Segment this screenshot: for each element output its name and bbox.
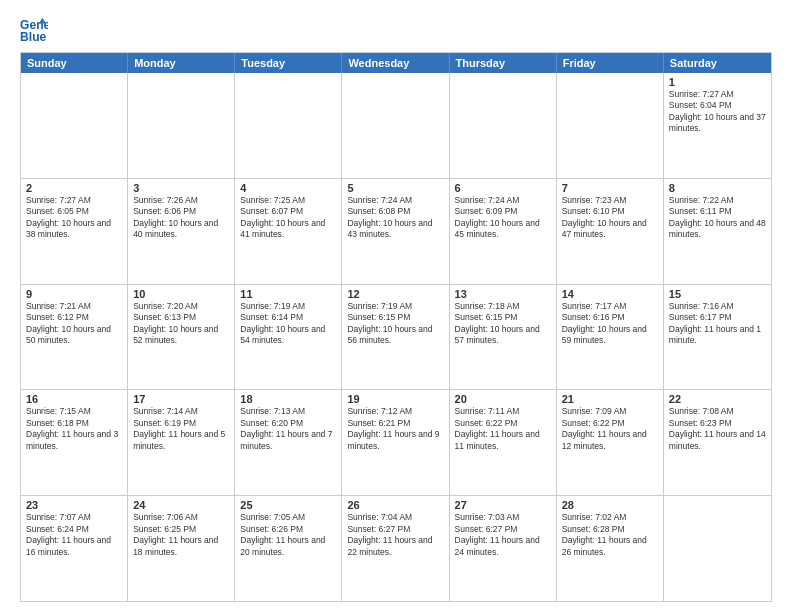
day-number: 19 <box>347 393 443 405</box>
calendar-cell-5-1: 23Sunrise: 7:07 AM Sunset: 6:24 PM Dayli… <box>21 496 128 601</box>
day-info: Sunrise: 7:05 AM Sunset: 6:26 PM Dayligh… <box>240 512 336 558</box>
day-info: Sunrise: 7:22 AM Sunset: 6:11 PM Dayligh… <box>669 195 766 241</box>
day-number: 2 <box>26 182 122 194</box>
day-info: Sunrise: 7:13 AM Sunset: 6:20 PM Dayligh… <box>240 406 336 452</box>
day-info: Sunrise: 7:07 AM Sunset: 6:24 PM Dayligh… <box>26 512 122 558</box>
calendar-cell-4-7: 22Sunrise: 7:08 AM Sunset: 6:23 PM Dayli… <box>664 390 771 495</box>
calendar-cell-5-5: 27Sunrise: 7:03 AM Sunset: 6:27 PM Dayli… <box>450 496 557 601</box>
day-info: Sunrise: 7:19 AM Sunset: 6:15 PM Dayligh… <box>347 301 443 347</box>
header-day-wednesday: Wednesday <box>342 53 449 73</box>
header-day-friday: Friday <box>557 53 664 73</box>
header: General Blue <box>20 16 772 44</box>
calendar-week-4: 16Sunrise: 7:15 AM Sunset: 6:18 PM Dayli… <box>21 390 771 496</box>
calendar-cell-5-4: 26Sunrise: 7:04 AM Sunset: 6:27 PM Dayli… <box>342 496 449 601</box>
page: General Blue SundayMondayTuesdayWednesda… <box>0 0 792 612</box>
day-info: Sunrise: 7:19 AM Sunset: 6:14 PM Dayligh… <box>240 301 336 347</box>
calendar-cell-3-3: 11Sunrise: 7:19 AM Sunset: 6:14 PM Dayli… <box>235 285 342 390</box>
calendar-cell-4-5: 20Sunrise: 7:11 AM Sunset: 6:22 PM Dayli… <box>450 390 557 495</box>
calendar-week-3: 9Sunrise: 7:21 AM Sunset: 6:12 PM Daylig… <box>21 285 771 391</box>
calendar-week-1: 1Sunrise: 7:27 AM Sunset: 6:04 PM Daylig… <box>21 73 771 179</box>
calendar-week-2: 2Sunrise: 7:27 AM Sunset: 6:05 PM Daylig… <box>21 179 771 285</box>
day-info: Sunrise: 7:09 AM Sunset: 6:22 PM Dayligh… <box>562 406 658 452</box>
day-info: Sunrise: 7:11 AM Sunset: 6:22 PM Dayligh… <box>455 406 551 452</box>
calendar-header: SundayMondayTuesdayWednesdayThursdayFrid… <box>21 53 771 73</box>
calendar-cell-1-3 <box>235 73 342 178</box>
header-day-thursday: Thursday <box>450 53 557 73</box>
day-info: Sunrise: 7:25 AM Sunset: 6:07 PM Dayligh… <box>240 195 336 241</box>
calendar-cell-2-2: 3Sunrise: 7:26 AM Sunset: 6:06 PM Daylig… <box>128 179 235 284</box>
calendar-cell-4-2: 17Sunrise: 7:14 AM Sunset: 6:19 PM Dayli… <box>128 390 235 495</box>
day-info: Sunrise: 7:02 AM Sunset: 6:28 PM Dayligh… <box>562 512 658 558</box>
calendar-cell-2-1: 2Sunrise: 7:27 AM Sunset: 6:05 PM Daylig… <box>21 179 128 284</box>
day-number: 16 <box>26 393 122 405</box>
day-info: Sunrise: 7:17 AM Sunset: 6:16 PM Dayligh… <box>562 301 658 347</box>
calendar-cell-1-2 <box>128 73 235 178</box>
day-number: 22 <box>669 393 766 405</box>
day-number: 8 <box>669 182 766 194</box>
calendar: SundayMondayTuesdayWednesdayThursdayFrid… <box>20 52 772 602</box>
day-info: Sunrise: 7:12 AM Sunset: 6:21 PM Dayligh… <box>347 406 443 452</box>
calendar-cell-1-6 <box>557 73 664 178</box>
calendar-cell-3-6: 14Sunrise: 7:17 AM Sunset: 6:16 PM Dayli… <box>557 285 664 390</box>
day-number: 7 <box>562 182 658 194</box>
day-number: 15 <box>669 288 766 300</box>
calendar-cell-5-7 <box>664 496 771 601</box>
calendar-cell-3-4: 12Sunrise: 7:19 AM Sunset: 6:15 PM Dayli… <box>342 285 449 390</box>
calendar-cell-1-1 <box>21 73 128 178</box>
day-info: Sunrise: 7:21 AM Sunset: 6:12 PM Dayligh… <box>26 301 122 347</box>
day-number: 25 <box>240 499 336 511</box>
day-info: Sunrise: 7:18 AM Sunset: 6:15 PM Dayligh… <box>455 301 551 347</box>
day-info: Sunrise: 7:24 AM Sunset: 6:08 PM Dayligh… <box>347 195 443 241</box>
day-number: 6 <box>455 182 551 194</box>
day-number: 17 <box>133 393 229 405</box>
calendar-cell-3-2: 10Sunrise: 7:20 AM Sunset: 6:13 PM Dayli… <box>128 285 235 390</box>
day-number: 23 <box>26 499 122 511</box>
day-info: Sunrise: 7:08 AM Sunset: 6:23 PM Dayligh… <box>669 406 766 452</box>
calendar-cell-2-3: 4Sunrise: 7:25 AM Sunset: 6:07 PM Daylig… <box>235 179 342 284</box>
calendar-cell-4-4: 19Sunrise: 7:12 AM Sunset: 6:21 PM Dayli… <box>342 390 449 495</box>
day-number: 1 <box>669 76 766 88</box>
calendar-week-5: 23Sunrise: 7:07 AM Sunset: 6:24 PM Dayli… <box>21 496 771 601</box>
day-number: 27 <box>455 499 551 511</box>
day-number: 13 <box>455 288 551 300</box>
day-number: 11 <box>240 288 336 300</box>
day-info: Sunrise: 7:20 AM Sunset: 6:13 PM Dayligh… <box>133 301 229 347</box>
header-day-sunday: Sunday <box>21 53 128 73</box>
header-day-monday: Monday <box>128 53 235 73</box>
calendar-cell-3-1: 9Sunrise: 7:21 AM Sunset: 6:12 PM Daylig… <box>21 285 128 390</box>
calendar-cell-2-4: 5Sunrise: 7:24 AM Sunset: 6:08 PM Daylig… <box>342 179 449 284</box>
day-info: Sunrise: 7:26 AM Sunset: 6:06 PM Dayligh… <box>133 195 229 241</box>
day-number: 12 <box>347 288 443 300</box>
calendar-cell-5-6: 28Sunrise: 7:02 AM Sunset: 6:28 PM Dayli… <box>557 496 664 601</box>
day-info: Sunrise: 7:14 AM Sunset: 6:19 PM Dayligh… <box>133 406 229 452</box>
calendar-cell-2-7: 8Sunrise: 7:22 AM Sunset: 6:11 PM Daylig… <box>664 179 771 284</box>
day-number: 14 <box>562 288 658 300</box>
calendar-cell-4-3: 18Sunrise: 7:13 AM Sunset: 6:20 PM Dayli… <box>235 390 342 495</box>
day-info: Sunrise: 7:04 AM Sunset: 6:27 PM Dayligh… <box>347 512 443 558</box>
day-number: 21 <box>562 393 658 405</box>
day-number: 10 <box>133 288 229 300</box>
day-number: 4 <box>240 182 336 194</box>
logo: General Blue <box>20 16 52 44</box>
calendar-cell-3-7: 15Sunrise: 7:16 AM Sunset: 6:17 PM Dayli… <box>664 285 771 390</box>
logo-icon: General Blue <box>20 16 48 44</box>
svg-text:Blue: Blue <box>20 30 47 44</box>
calendar-cell-4-1: 16Sunrise: 7:15 AM Sunset: 6:18 PM Dayli… <box>21 390 128 495</box>
calendar-cell-3-5: 13Sunrise: 7:18 AM Sunset: 6:15 PM Dayli… <box>450 285 557 390</box>
calendar-cell-1-4 <box>342 73 449 178</box>
day-number: 20 <box>455 393 551 405</box>
day-info: Sunrise: 7:16 AM Sunset: 6:17 PM Dayligh… <box>669 301 766 347</box>
day-number: 3 <box>133 182 229 194</box>
calendar-cell-2-5: 6Sunrise: 7:24 AM Sunset: 6:09 PM Daylig… <box>450 179 557 284</box>
day-number: 9 <box>26 288 122 300</box>
day-info: Sunrise: 7:15 AM Sunset: 6:18 PM Dayligh… <box>26 406 122 452</box>
calendar-cell-1-7: 1Sunrise: 7:27 AM Sunset: 6:04 PM Daylig… <box>664 73 771 178</box>
calendar-cell-2-6: 7Sunrise: 7:23 AM Sunset: 6:10 PM Daylig… <box>557 179 664 284</box>
day-number: 26 <box>347 499 443 511</box>
day-number: 24 <box>133 499 229 511</box>
day-info: Sunrise: 7:24 AM Sunset: 6:09 PM Dayligh… <box>455 195 551 241</box>
calendar-cell-5-3: 25Sunrise: 7:05 AM Sunset: 6:26 PM Dayli… <box>235 496 342 601</box>
day-info: Sunrise: 7:27 AM Sunset: 6:04 PM Dayligh… <box>669 89 766 135</box>
day-number: 28 <box>562 499 658 511</box>
day-number: 18 <box>240 393 336 405</box>
